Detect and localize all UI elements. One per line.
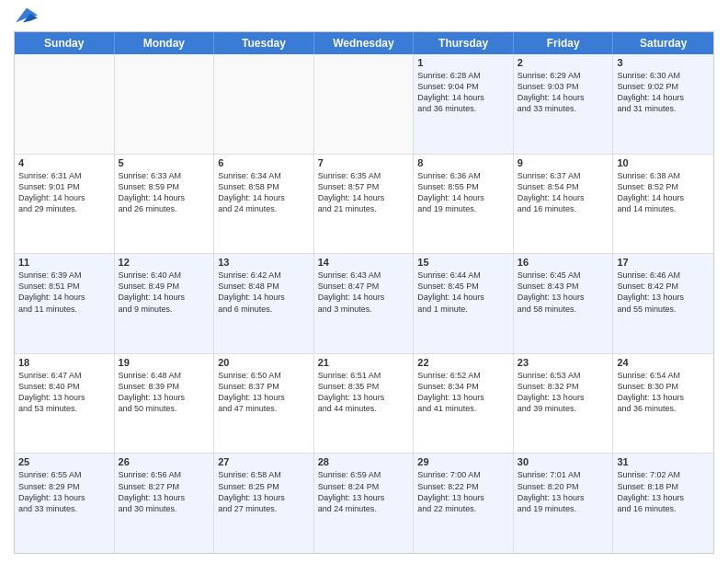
- day-info: Sunrise: 6:33 AM Sunset: 8:59 PM Dayligh…: [119, 170, 210, 215]
- day-15: 15Sunrise: 6:44 AM Sunset: 8:45 PM Dayli…: [414, 254, 514, 353]
- day-number: 15: [417, 257, 509, 268]
- day-info: Sunrise: 6:51 AM Sunset: 8:35 PM Dayligh…: [318, 370, 410, 415]
- day-number: 30: [518, 456, 609, 467]
- header-thursday: Thursday: [414, 32, 514, 54]
- day-info: Sunrise: 6:38 AM Sunset: 8:52 PM Dayligh…: [617, 170, 710, 215]
- day-number: 17: [617, 257, 710, 268]
- page: SundayMondayTuesdayWednesdayThursdayFrid…: [0, 0, 728, 563]
- day-number: 24: [617, 357, 710, 368]
- day-info: Sunrise: 6:30 AM Sunset: 9:02 PM Dayligh…: [617, 70, 710, 115]
- day-info: Sunrise: 6:55 AM Sunset: 8:29 PM Dayligh…: [18, 469, 110, 514]
- day-info: Sunrise: 6:40 AM Sunset: 8:49 PM Dayligh…: [119, 270, 210, 315]
- day-28: 28Sunrise: 6:59 AM Sunset: 8:24 PM Dayli…: [314, 454, 415, 553]
- day-number: 27: [218, 456, 310, 467]
- header-sunday: Sunday: [15, 32, 115, 54]
- day-26: 26Sunrise: 6:56 AM Sunset: 8:27 PM Dayli…: [115, 454, 215, 553]
- day-29: 29Sunrise: 7:00 AM Sunset: 8:22 PM Dayli…: [414, 454, 514, 553]
- header-saturday: Saturday: [613, 32, 713, 54]
- day-info: Sunrise: 6:59 AM Sunset: 8:24 PM Dayligh…: [318, 469, 410, 514]
- day-info: Sunrise: 6:53 AM Sunset: 8:32 PM Dayligh…: [518, 370, 609, 415]
- day-number: 2: [518, 57, 609, 68]
- day-info: Sunrise: 6:50 AM Sunset: 8:37 PM Dayligh…: [218, 370, 310, 415]
- day-info: Sunrise: 6:44 AM Sunset: 8:45 PM Dayligh…: [417, 270, 509, 315]
- day-info: Sunrise: 6:47 AM Sunset: 8:40 PM Dayligh…: [18, 370, 110, 415]
- day-3: 3Sunrise: 6:30 AM Sunset: 9:02 PM Daylig…: [613, 54, 713, 154]
- day-number: 28: [318, 456, 410, 467]
- day-number: 4: [18, 157, 110, 168]
- day-11: 11Sunrise: 6:39 AM Sunset: 8:51 PM Dayli…: [15, 254, 115, 353]
- day-16: 16Sunrise: 6:45 AM Sunset: 8:43 PM Dayli…: [514, 254, 614, 353]
- day-18: 18Sunrise: 6:47 AM Sunset: 8:40 PM Dayli…: [15, 354, 115, 454]
- day-9: 9Sunrise: 6:37 AM Sunset: 8:54 PM Daylig…: [514, 155, 614, 254]
- day-number: 8: [417, 157, 509, 168]
- empty-cell: [314, 54, 415, 154]
- day-info: Sunrise: 6:48 AM Sunset: 8:39 PM Dayligh…: [119, 370, 210, 415]
- day-info: Sunrise: 6:31 AM Sunset: 9:01 PM Dayligh…: [18, 170, 110, 215]
- day-number: 7: [318, 157, 410, 168]
- day-10: 10Sunrise: 6:38 AM Sunset: 8:52 PM Dayli…: [613, 155, 713, 254]
- day-4: 4Sunrise: 6:31 AM Sunset: 9:01 PM Daylig…: [15, 155, 115, 254]
- day-info: Sunrise: 6:37 AM Sunset: 8:54 PM Dayligh…: [518, 170, 609, 215]
- day-number: 13: [218, 257, 310, 268]
- day-info: Sunrise: 6:34 AM Sunset: 8:58 PM Dayligh…: [218, 170, 310, 215]
- day-number: 23: [518, 357, 609, 368]
- calendar-row-1: 1Sunrise: 6:28 AM Sunset: 9:04 PM Daylig…: [15, 54, 713, 155]
- day-6: 6Sunrise: 6:34 AM Sunset: 8:58 PM Daylig…: [214, 155, 314, 254]
- day-info: Sunrise: 6:35 AM Sunset: 8:57 PM Dayligh…: [318, 170, 410, 215]
- day-2: 2Sunrise: 6:29 AM Sunset: 9:03 PM Daylig…: [514, 54, 614, 154]
- day-info: Sunrise: 7:01 AM Sunset: 8:20 PM Dayligh…: [518, 469, 609, 514]
- day-info: Sunrise: 6:58 AM Sunset: 8:25 PM Dayligh…: [218, 469, 310, 514]
- header-monday: Monday: [115, 32, 215, 54]
- empty-cell: [214, 54, 314, 154]
- day-24: 24Sunrise: 6:54 AM Sunset: 8:30 PM Dayli…: [613, 354, 713, 454]
- day-info: Sunrise: 6:28 AM Sunset: 9:04 PM Dayligh…: [417, 70, 509, 115]
- logo-bird-icon: [16, 7, 38, 26]
- day-22: 22Sunrise: 6:52 AM Sunset: 8:34 PM Dayli…: [414, 354, 514, 454]
- day-info: Sunrise: 6:46 AM Sunset: 8:42 PM Dayligh…: [617, 270, 710, 315]
- empty-cell: [15, 54, 115, 154]
- day-info: Sunrise: 6:39 AM Sunset: 8:51 PM Dayligh…: [18, 270, 110, 315]
- day-12: 12Sunrise: 6:40 AM Sunset: 8:49 PM Dayli…: [115, 254, 215, 353]
- calendar-row-3: 11Sunrise: 6:39 AM Sunset: 8:51 PM Dayli…: [15, 254, 713, 354]
- day-info: Sunrise: 6:43 AM Sunset: 8:47 PM Dayligh…: [318, 270, 410, 315]
- day-info: Sunrise: 6:42 AM Sunset: 8:48 PM Dayligh…: [218, 270, 310, 315]
- day-number: 21: [318, 357, 410, 368]
- day-number: 10: [617, 157, 710, 168]
- header: [14, 9, 714, 24]
- day-info: Sunrise: 7:00 AM Sunset: 8:22 PM Dayligh…: [417, 469, 509, 514]
- day-number: 11: [18, 257, 110, 268]
- calendar-header: SundayMondayTuesdayWednesdayThursdayFrid…: [15, 32, 713, 54]
- day-1: 1Sunrise: 6:28 AM Sunset: 9:04 PM Daylig…: [414, 54, 514, 154]
- day-number: 12: [119, 257, 210, 268]
- day-number: 20: [218, 357, 310, 368]
- calendar-row-2: 4Sunrise: 6:31 AM Sunset: 9:01 PM Daylig…: [15, 155, 713, 255]
- day-info: Sunrise: 6:52 AM Sunset: 8:34 PM Dayligh…: [417, 370, 509, 415]
- day-info: Sunrise: 7:02 AM Sunset: 8:18 PM Dayligh…: [617, 469, 710, 514]
- day-info: Sunrise: 6:45 AM Sunset: 8:43 PM Dayligh…: [518, 270, 609, 315]
- day-number: 19: [119, 357, 210, 368]
- empty-cell: [115, 54, 215, 154]
- day-13: 13Sunrise: 6:42 AM Sunset: 8:48 PM Dayli…: [214, 254, 314, 353]
- calendar-row-5: 25Sunrise: 6:55 AM Sunset: 8:29 PM Dayli…: [15, 454, 713, 553]
- day-5: 5Sunrise: 6:33 AM Sunset: 8:59 PM Daylig…: [115, 155, 215, 254]
- header-friday: Friday: [514, 32, 614, 54]
- day-14: 14Sunrise: 6:43 AM Sunset: 8:47 PM Dayli…: [314, 254, 415, 353]
- day-30: 30Sunrise: 7:01 AM Sunset: 8:20 PM Dayli…: [514, 454, 614, 553]
- day-number: 6: [218, 157, 310, 168]
- header-tuesday: Tuesday: [214, 32, 314, 54]
- day-number: 14: [318, 257, 410, 268]
- calendar: SundayMondayTuesdayWednesdayThursdayFrid…: [14, 31, 714, 554]
- day-info: Sunrise: 6:54 AM Sunset: 8:30 PM Dayligh…: [617, 370, 710, 415]
- logo-text: [14, 9, 38, 28]
- day-number: 16: [518, 257, 609, 268]
- day-17: 17Sunrise: 6:46 AM Sunset: 8:42 PM Dayli…: [613, 254, 713, 353]
- day-info: Sunrise: 6:29 AM Sunset: 9:03 PM Dayligh…: [518, 70, 609, 115]
- day-number: 25: [18, 456, 110, 467]
- day-number: 22: [417, 357, 509, 368]
- calendar-body: 1Sunrise: 6:28 AM Sunset: 9:04 PM Daylig…: [15, 54, 713, 553]
- day-19: 19Sunrise: 6:48 AM Sunset: 8:39 PM Dayli…: [115, 354, 215, 454]
- day-info: Sunrise: 6:36 AM Sunset: 8:55 PM Dayligh…: [417, 170, 509, 215]
- day-number: 9: [518, 157, 609, 168]
- day-21: 21Sunrise: 6:51 AM Sunset: 8:35 PM Dayli…: [314, 354, 415, 454]
- day-number: 29: [417, 456, 509, 467]
